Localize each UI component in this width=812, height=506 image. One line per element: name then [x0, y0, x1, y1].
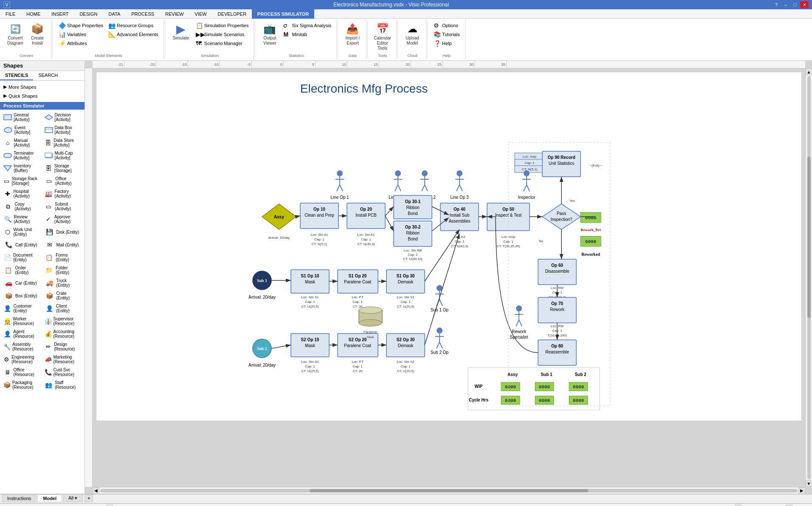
shape-folder[interactable]: 📁 Folder (Entity)	[43, 264, 83, 276]
diagram-canvas[interactable]: Electronics Mfg Process Loc: Insp Cap: 1…	[96, 72, 802, 421]
shape-decision[interactable]: Decision [Activity]	[43, 111, 83, 123]
shape-storage-rack[interactable]: ▭ Storage Rack [Storage]	[2, 175, 42, 187]
simulate-scenarios-button[interactable]: ▶▶ Simulate Scenarios	[194, 30, 251, 39]
h-scrollbar[interactable]: ◀ ▶	[93, 487, 805, 494]
v-scroll-thumb[interactable]	[807, 157, 811, 318]
tab-model[interactable]: Model	[37, 495, 62, 502]
search-tab[interactable]: SEARCH	[33, 71, 63, 80]
shape-call[interactable]: 📞 Call (Entity)	[2, 239, 42, 251]
shape-forms[interactable]: 📋 Forms (Entity)	[43, 252, 83, 263]
shape-agent[interactable]: 👤 Agent (Resource)	[2, 328, 42, 340]
scroll-right-button[interactable]: ▶	[798, 487, 805, 494]
shape-office-resource[interactable]: 🖥 Office (Resource)	[2, 366, 42, 378]
tab-developer[interactable]: DEVELOPER	[212, 9, 252, 19]
tab-insert[interactable]: INSERT	[46, 9, 74, 19]
scroll-left-button[interactable]: ◀	[93, 487, 99, 494]
shape-supervisor[interactable]: 👔 Supervisor (Resource)	[43, 315, 83, 327]
upload-model-button[interactable]: ☁ UploadModel	[402, 21, 423, 47]
v-scrollbar[interactable]: ▲ ▼	[805, 68, 812, 487]
shape-datastore[interactable]: 🗄 Data Store [Activity]	[43, 137, 83, 149]
minitab-button[interactable]: M Minitab	[282, 30, 333, 39]
h-scroll-track[interactable]	[100, 489, 798, 492]
tab-all[interactable]: All ▾	[63, 494, 83, 502]
resource-groups-button[interactable]: 👥 Resource Groups	[107, 21, 160, 30]
simulate-button[interactable]: ▶ Simulate	[169, 21, 192, 42]
create-install-button[interactable]: 📦 CreateInstall	[27, 21, 48, 47]
six-sigma-button[interactable]: σ Six Sigma Analysis	[282, 21, 333, 30]
shape-truck[interactable]: 🚚 Truck (Entity)	[43, 277, 83, 289]
shape-event[interactable]: Event [Activity]	[2, 124, 42, 136]
shape-workunit[interactable]: ⬡ Work Unit (Entity)	[2, 226, 42, 238]
minimize-button[interactable]: –	[781, 1, 790, 8]
simulation-properties-button[interactable]: 📋 Simulation Properties	[194, 21, 251, 30]
shape-accounting[interactable]: 💰 Accounting (Resource)	[43, 328, 83, 340]
shape-box[interactable]: 📦 Box (Entity)	[2, 290, 42, 302]
quick-shapes-button[interactable]: ▶ Quick Shapes	[0, 91, 85, 100]
shape-inventory[interactable]: Inventory (Buffer)	[2, 162, 42, 174]
shape-multicap[interactable]: Multi-Cap [Activity]	[43, 150, 83, 161]
tab-home[interactable]: HOME	[21, 9, 46, 19]
shape-car[interactable]: 🚗 Car (Entity)	[2, 277, 42, 289]
tutorials-button[interactable]: 📚 Tutorials	[432, 30, 462, 39]
v-scroll-track[interactable]	[807, 76, 811, 479]
shape-general-activity[interactable]: General [Activity]	[2, 111, 42, 123]
restore-button[interactable]: □	[791, 1, 799, 8]
options-button[interactable]: ⚙ Options	[432, 21, 462, 30]
shape-packaging[interactable]: 📦 Packaging (Resource)	[2, 379, 42, 391]
shape-submit[interactable]: ▭ Submit (Activity)	[43, 201, 83, 212]
shape-document[interactable]: 📄 Document (Entity)	[2, 252, 42, 263]
shape-manual[interactable]: ⌂ Manual [Activity]	[2, 137, 42, 149]
convert-diagram-button[interactable]: 🔄 ConvertDiagram	[5, 21, 25, 47]
shape-approve[interactable]: ✓ Approve (Activity)	[43, 213, 83, 225]
shape-staff[interactable]: 👥 Staff (Resource)	[43, 379, 83, 391]
shape-review[interactable]: 🔍 Review (Activity)	[2, 213, 42, 225]
process-simulator-section[interactable]: Process Simulator	[0, 102, 85, 110]
attributes-button[interactable]: ⚡ Attributes	[57, 39, 105, 48]
shape-terminator[interactable]: Terminator [Activity]	[2, 150, 42, 161]
output-viewer-button[interactable]: 📺 OutputViewer	[259, 21, 280, 47]
scroll-up-button[interactable]: ▲	[806, 68, 812, 75]
canvas-area[interactable]: -21 -20 -15 -10 -5 0 5 10 15 20 25 30 35	[85, 61, 812, 494]
tab-view[interactable]: VIEW	[189, 9, 212, 19]
scroll-down-button[interactable]: ▼	[806, 480, 812, 487]
shape-design[interactable]: ✏ Design (Resource)	[43, 341, 83, 353]
shape-hospital[interactable]: ✚ Hospital (Activity)	[2, 188, 42, 200]
shape-worker[interactable]: 👷 Worker (Resource)	[2, 315, 42, 327]
tab-review[interactable]: REVIEW	[160, 9, 189, 19]
tab-process-simulator[interactable]: PROCESS SIMULATOR	[252, 9, 314, 19]
shape-storage[interactable]: 🗄 Storage [Storage]	[43, 162, 83, 174]
stencils-tab[interactable]: STENCILS	[0, 71, 33, 80]
add-page-button[interactable]: +	[85, 495, 93, 502]
tab-design[interactable]: DESIGN	[74, 9, 103, 19]
scenario-manager-button[interactable]: 🗺 Scenario Manager	[194, 39, 251, 48]
shape-office[interactable]: ▭ Office (Activity)	[43, 175, 83, 187]
variables-button[interactable]: 📊 Variables	[57, 30, 105, 39]
shape-marketing[interactable]: 📣 Marketing (Resource)	[43, 353, 83, 365]
advanced-elements-button[interactable]: 📐 Advanced Elements	[107, 30, 160, 39]
shape-engineering[interactable]: ⚙ Engineering (Resource)	[2, 353, 42, 365]
shape-mail[interactable]: ✉ Mail (Entity)	[43, 239, 83, 251]
tab-data[interactable]: DATA	[103, 9, 126, 19]
tab-process[interactable]: PROCESS	[126, 9, 160, 19]
shape-disk[interactable]: 💾 Disk (Entity)	[43, 226, 83, 238]
shape-properties-button[interactable]: 🔷 Shape Properties	[57, 21, 105, 30]
import-export-button[interactable]: 📤 Import /Export	[342, 21, 363, 47]
calendar-editor-button[interactable]: 📅 CalendarEditorTools	[372, 21, 393, 52]
diagram-viewport[interactable]: Electronics Mfg Process Loc: Insp Cap: 1…	[93, 68, 805, 487]
help-button[interactable]: ?	[772, 1, 781, 8]
shape-assembly[interactable]: 🔧 Assembly (Resource)	[2, 341, 42, 353]
shape-customer[interactable]: 👤 Customer (Entity)	[2, 302, 42, 314]
help-button-ribbon[interactable]: ❓ Help	[432, 39, 462, 48]
shape-databox[interactable]: Data Box [Activity]	[43, 124, 83, 136]
tab-instructions[interactable]: Instructions	[2, 495, 37, 502]
more-shapes-button[interactable]: ▶ More Shapes	[0, 82, 85, 91]
h-scroll-thumb[interactable]	[310, 489, 589, 492]
close-button[interactable]: ✕	[800, 1, 809, 8]
shape-custsvc[interactable]: 📞 Cust Svc (Resource)	[43, 366, 83, 378]
shape-copy[interactable]: ⧉ Copy (Activity)	[2, 201, 42, 212]
shape-order[interactable]: 📋 Order (Entity)	[2, 264, 42, 276]
shape-factory[interactable]: 🏭 Factory (Activity)	[43, 188, 83, 200]
shape-client[interactable]: 👤 Client (Entity)	[43, 302, 83, 314]
tab-file[interactable]: FILE	[0, 9, 21, 19]
shape-crate[interactable]: 📦 Crate (Entity)	[43, 290, 83, 302]
